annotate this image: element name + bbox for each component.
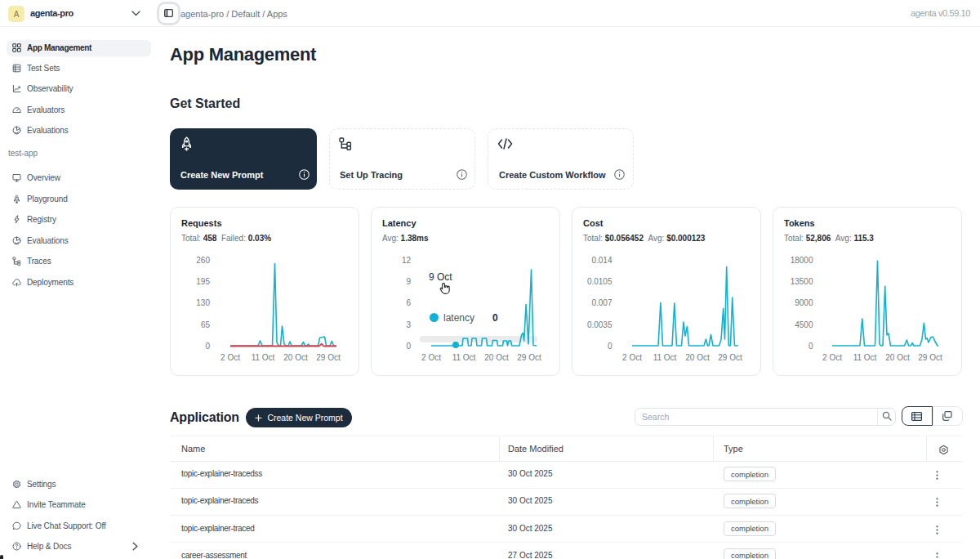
svg-text:11 Oct: 11 Oct bbox=[653, 353, 677, 362]
svg-text:4500: 4500 bbox=[795, 320, 813, 329]
svg-text:20 Oct: 20 Oct bbox=[484, 353, 509, 362]
svg-text:29 Oct: 29 Oct bbox=[316, 353, 341, 362]
svg-text:0: 0 bbox=[608, 342, 612, 351]
svg-text:29 Oct: 29 Oct bbox=[718, 353, 742, 362]
svg-text:9: 9 bbox=[406, 277, 411, 286]
svg-text:2 Oct: 2 Oct bbox=[220, 353, 240, 362]
svg-text:20 Oct: 20 Oct bbox=[283, 353, 308, 362]
svg-text:260: 260 bbox=[196, 256, 210, 265]
svg-text:12: 12 bbox=[402, 256, 412, 265]
svg-text:2 Oct: 2 Oct bbox=[622, 353, 642, 362]
svg-text:29 Oct: 29 Oct bbox=[517, 353, 541, 362]
svg-text:0.014: 0.014 bbox=[591, 256, 612, 265]
svg-text:130: 130 bbox=[196, 298, 210, 307]
svg-text:2 Oct: 2 Oct bbox=[822, 353, 842, 362]
svg-text:13500: 13500 bbox=[791, 277, 813, 286]
svg-text:0: 0 bbox=[808, 342, 813, 351]
svg-text:20 Oct: 20 Oct bbox=[885, 353, 910, 362]
svg-text:20 Oct: 20 Oct bbox=[685, 353, 710, 362]
svg-text:6: 6 bbox=[406, 298, 411, 307]
svg-text:18000: 18000 bbox=[791, 256, 813, 265]
svg-text:11 Oct: 11 Oct bbox=[452, 353, 476, 362]
svg-text:0.007: 0.007 bbox=[591, 298, 612, 307]
svg-text:11 Oct: 11 Oct bbox=[853, 353, 877, 362]
svg-text:9000: 9000 bbox=[795, 298, 813, 307]
svg-text:0: 0 bbox=[205, 342, 210, 351]
svg-text:0.0105: 0.0105 bbox=[587, 277, 612, 286]
svg-text:195: 195 bbox=[196, 277, 210, 286]
svg-text:11 Oct: 11 Oct bbox=[252, 353, 275, 362]
svg-text:0: 0 bbox=[406, 342, 411, 351]
svg-text:3: 3 bbox=[406, 320, 411, 329]
svg-text:0.0035: 0.0035 bbox=[587, 320, 612, 329]
svg-text:29 Oct: 29 Oct bbox=[918, 353, 942, 362]
svg-text:65: 65 bbox=[201, 320, 211, 329]
svg-text:2 Oct: 2 Oct bbox=[421, 353, 441, 362]
